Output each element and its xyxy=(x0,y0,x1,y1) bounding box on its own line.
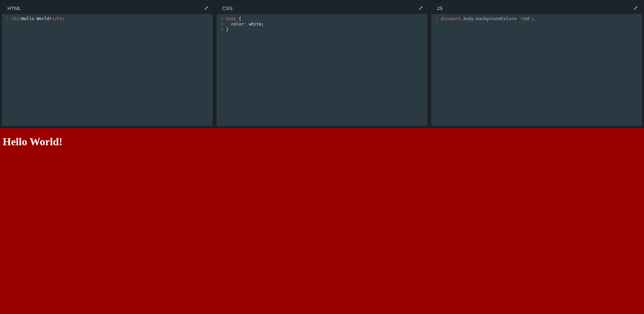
line-number: 1 xyxy=(217,16,226,21)
css-panel: CSS 1body {2 color: white;3} xyxy=(217,2,427,126)
css-code-editor[interactable]: 1body {2 color: white;3} xyxy=(217,14,427,126)
js-panel: JS 1document.body.backgroundColor= 'red'… xyxy=(431,2,642,126)
code-line[interactable]: 1body { xyxy=(217,16,427,21)
line-number: 2 xyxy=(217,21,226,27)
html-code-editor[interactable]: 1<h1>Hello World!</h1> xyxy=(2,14,213,126)
line-number: 1 xyxy=(2,16,11,21)
line-content[interactable]: } xyxy=(226,27,427,32)
preview-heading: Hello World! xyxy=(3,136,641,148)
compress-icon[interactable] xyxy=(419,6,423,10)
line-number: 3 xyxy=(217,27,226,32)
compress-icon[interactable] xyxy=(633,6,638,10)
css-panel-header: CSS xyxy=(217,2,427,14)
line-content[interactable]: color: white; xyxy=(226,21,427,27)
line-content[interactable]: document.body.backgroundColor= 'red'; xyxy=(441,16,642,21)
preview-pane: Hello World! xyxy=(0,128,644,314)
line-content[interactable]: body { xyxy=(226,16,427,21)
compress-icon[interactable] xyxy=(204,6,209,10)
js-code-editor[interactable]: 1document.body.backgroundColor= 'red'; xyxy=(431,14,642,126)
code-line[interactable]: 2 color: white; xyxy=(217,21,427,27)
editors-row: HTML 1<h1>Hello World!</h1> CSS xyxy=(0,0,644,128)
code-line[interactable]: 3} xyxy=(217,27,427,32)
code-playground: HTML 1<h1>Hello World!</h1> CSS xyxy=(0,0,644,314)
code-line[interactable]: 1document.body.backgroundColor= 'red'; xyxy=(431,16,642,21)
js-panel-header: JS xyxy=(431,2,642,14)
js-panel-title: JS xyxy=(437,5,443,11)
line-number: 1 xyxy=(431,16,441,21)
html-panel-title: HTML xyxy=(7,5,21,11)
css-panel-title: CSS xyxy=(222,5,232,11)
html-panel-header: HTML xyxy=(2,2,213,14)
code-line[interactable]: 1<h1>Hello World!</h1> xyxy=(2,16,213,21)
html-panel: HTML 1<h1>Hello World!</h1> xyxy=(2,2,213,126)
line-content[interactable]: <h1>Hello World!</h1> xyxy=(11,16,213,21)
